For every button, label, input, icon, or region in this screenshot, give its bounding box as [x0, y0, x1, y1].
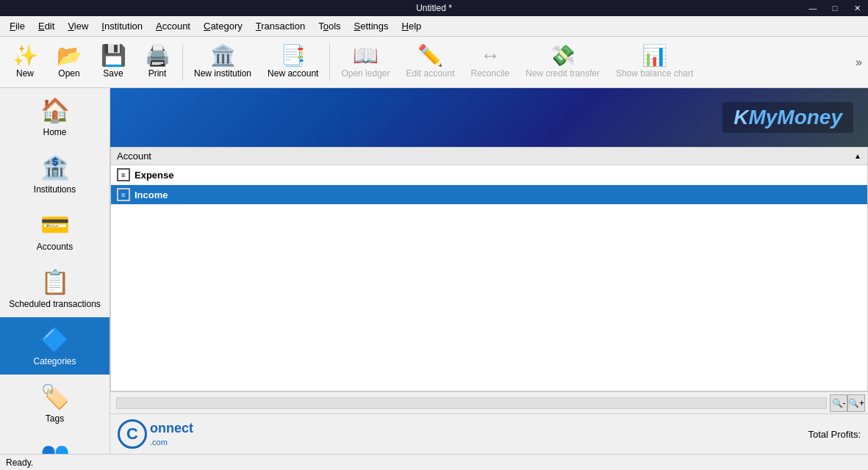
account-table-header: Account ▲	[111, 148, 867, 165]
titlebar: Untitled * — □ ✕	[0, 0, 868, 16]
print-button[interactable]: Print	[135, 40, 179, 85]
account-sort-icon[interactable]: ▲	[854, 152, 861, 160]
total-profits-area: Total Profits:	[808, 429, 861, 440]
new-credit-transfer-icon	[550, 46, 575, 66]
open-ledger-label: Open ledger	[341, 68, 390, 79]
account-table: Account ▲ ≡ Expense ≡ Income	[110, 147, 868, 391]
show-balance-chart-button[interactable]: Show balance chart	[608, 40, 701, 85]
menu-file[interactable]: File	[3, 18, 32, 35]
show-balance-chart-icon	[642, 46, 667, 66]
sidebar-item-institutions[interactable]: Institutions	[0, 145, 110, 203]
connect-domain: .com	[150, 438, 168, 446]
main-area: Home Institutions Accounts Scheduled tra…	[0, 88, 868, 454]
sidebar-label-home: Home	[43, 127, 66, 137]
menu-category[interactable]: Category	[197, 18, 249, 35]
new-credit-transfer-button[interactable]: New credit transfer	[517, 40, 608, 85]
expense-row-name: Expense	[134, 170, 173, 181]
account-row-income[interactable]: ≡ Income	[111, 185, 867, 205]
reconcile-label: Reconcile	[471, 68, 510, 79]
edit-account-icon	[417, 46, 443, 66]
open-label: Open	[58, 68, 79, 79]
save-label: Save	[103, 68, 123, 79]
edit-account-button[interactable]: Edit account	[398, 40, 462, 85]
new-button[interactable]: New	[3, 40, 47, 85]
income-row-icon: ≡	[117, 188, 130, 201]
print-label: Print	[148, 68, 167, 79]
toolbar: New Open Save Print New institution New …	[0, 37, 868, 88]
sidebar-item-home[interactable]: Home	[0, 88, 110, 145]
menu-view[interactable]: View	[61, 18, 95, 35]
zoom-in-button[interactable]: 🔍+	[847, 394, 865, 412]
zoom-out-button[interactable]: 🔍-	[830, 394, 847, 412]
sidebar-label-categories: Categories	[33, 356, 76, 366]
menu-transaction[interactable]: Transaction	[249, 18, 312, 35]
banner: KMyMoney	[110, 88, 868, 147]
content-panel: KMyMoney Account ▲ ≡ Expense ≡ Income 🔍-…	[110, 88, 868, 454]
new-credit-transfer-label: New credit transfer	[526, 68, 600, 79]
save-icon	[101, 46, 126, 66]
menu-account[interactable]: Account	[149, 18, 197, 35]
bottom-panel: C onnect .com Total Profits:	[110, 413, 868, 454]
maximize-button[interactable]: □	[824, 0, 846, 16]
menubar: File Edit View Institution Account Categ…	[0, 16, 868, 37]
reconcile-icon	[480, 46, 501, 66]
new-icon	[12, 46, 38, 66]
open-ledger-icon	[353, 46, 379, 66]
sidebar-item-scheduled-transactions[interactable]: Scheduled transactions	[0, 260, 110, 317]
show-balance-chart-label: Show balance chart	[616, 68, 693, 79]
open-ledger-button[interactable]: Open ledger	[333, 40, 398, 85]
sidebar-label-scheduled: Scheduled transactions	[9, 299, 101, 309]
tags-icon	[40, 383, 70, 411]
open-icon	[57, 46, 82, 66]
menu-settings[interactable]: Settings	[348, 18, 395, 35]
account-column-header: Account	[117, 151, 151, 162]
title: Untitled *	[416, 3, 452, 13]
connect-text: onnect .com	[150, 421, 193, 447]
accounts-icon	[40, 211, 70, 239]
home-icon	[40, 96, 70, 124]
sidebar-label-institutions: Institutions	[34, 184, 76, 195]
status-text: Ready.	[6, 458, 33, 468]
sidebar-item-categories[interactable]: Categories	[0, 317, 110, 375]
menu-edit[interactable]: Edit	[32, 18, 61, 35]
menu-help[interactable]: Help	[395, 18, 428, 35]
close-button[interactable]: ✕	[846, 0, 868, 16]
new-account-button[interactable]: New account	[259, 40, 326, 85]
app-logo: KMyMoney	[722, 102, 853, 133]
scheduled-icon	[40, 268, 70, 296]
account-row-expense[interactable]: ≡ Expense	[111, 165, 867, 185]
edit-account-label: Edit account	[406, 68, 454, 79]
new-institution-label: New institution	[194, 68, 251, 79]
income-row-name: Income	[134, 189, 168, 200]
new-institution-button[interactable]: New institution	[186, 40, 259, 85]
payees-icon	[40, 440, 70, 454]
menu-institution[interactable]: Institution	[95, 18, 149, 35]
save-button[interactable]: Save	[91, 40, 135, 85]
toolbar-more-button[interactable]: »	[853, 53, 865, 72]
connect-circle: C	[118, 419, 147, 449]
sidebar-label-accounts: Accounts	[37, 242, 73, 252]
new-institution-icon	[210, 46, 236, 66]
total-profits-label: Total Profits:	[808, 429, 861, 440]
connect-brand: onnect	[150, 421, 193, 435]
content-footer: 🔍- 🔍+	[110, 391, 868, 413]
minimize-button[interactable]: —	[802, 0, 824, 16]
statusbar: Ready.	[0, 454, 868, 470]
expense-row-icon: ≡	[117, 168, 130, 181]
sidebar-item-payees[interactable]: Payees	[0, 432, 110, 454]
new-label: New	[16, 68, 34, 79]
sidebar-item-accounts[interactable]: Accounts	[0, 203, 110, 260]
titlebar-controls: — □ ✕	[802, 0, 868, 16]
menu-tools[interactable]: Tools	[312, 18, 347, 35]
logo-text: MyMoney	[748, 106, 842, 129]
institution-icon	[40, 153, 70, 181]
sidebar-item-tags[interactable]: Tags	[0, 375, 110, 432]
open-button[interactable]: Open	[47, 40, 91, 85]
connect-logo-area: C onnect .com	[118, 419, 193, 449]
horizontal-scrollbar[interactable]	[116, 397, 827, 409]
new-account-label: New account	[268, 68, 318, 79]
sidebar: Home Institutions Accounts Scheduled tra…	[0, 88, 110, 454]
new-account-icon	[280, 46, 306, 66]
reconcile-button[interactable]: Reconcile	[463, 40, 518, 85]
toolbar-separator-1	[182, 44, 183, 81]
